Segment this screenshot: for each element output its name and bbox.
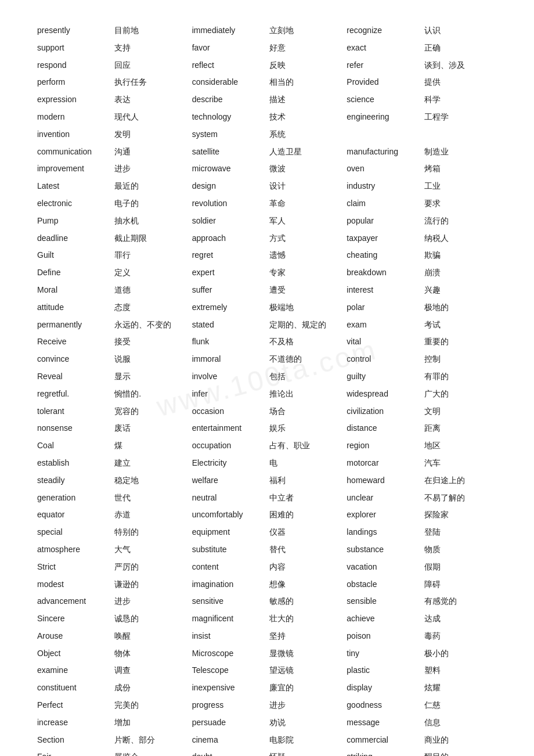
word-cell: 军人 [267,214,344,229]
word-cell: 世代 [112,491,189,506]
word-cell: 重要的 [422,334,499,350]
word-cell: equipment [190,525,267,540]
word-cell: 假期 [422,560,499,575]
word-cell: widespread [344,387,421,402]
word-cell: 显示 [112,369,189,384]
word-cell: Object [35,646,112,661]
word-cell: 反映 [267,58,344,73]
word-cell: neutral [190,491,267,506]
word-cell: 有罪的 [422,369,499,384]
word-cell: Strict [35,560,112,575]
word-cell: cheating [344,248,421,263]
word-cell: support [35,41,112,56]
word-cell: design [190,179,267,194]
word-cell: sensible [344,594,421,609]
word-cell: Telescope [190,663,267,678]
word-cell: 廉宜的 [267,681,344,696]
word-cell: 望远镜 [267,663,344,678]
word-cell: 醒目的 [422,750,499,756]
word-cell: substance [344,542,421,557]
word-cell: advancement [35,594,112,609]
word-cell: 发明 [112,127,189,142]
word-cell: 建立 [112,456,189,471]
word-cell: 推论出 [267,387,344,402]
word-cell: communication [35,145,112,160]
word-cell: distance [344,421,421,436]
word-cell: examine [35,663,112,678]
word-cell: 工业 [422,179,499,194]
word-cell: occasion [190,404,267,419]
word-cell: Section [35,733,112,748]
word-cell: landings [344,525,421,540]
word-cell: 崩溃 [422,265,499,280]
word-cell: progress [190,698,267,713]
word-cell: exact [344,41,421,56]
word-cell: 要求 [422,196,499,211]
word-cell: 煤 [112,438,189,453]
word-cell: 惋惜的. [112,387,189,402]
word-cell: modest [35,577,112,592]
word-cell: 电 [267,456,344,471]
word-cell: perform [35,75,112,90]
word-cell: suffer [190,283,267,298]
word-cell: 考试 [422,318,499,333]
word-cell: 敏感的 [267,594,344,609]
word-cell: flunk [190,334,267,350]
word-cell: 永远的、不变的 [112,318,189,333]
word-cell: region [344,438,421,453]
word-cell: constituent [35,681,112,696]
word-cell: 有感觉的 [422,594,499,609]
word-cell: immoral [190,352,267,367]
word-cell: substitute [190,542,267,557]
word-cell: revolution [190,196,267,211]
word-cell: 立刻地 [267,23,344,38]
word-cell: microwave [190,161,267,177]
word-cell: doubt [190,750,267,756]
word-cell: 极地的 [422,300,499,315]
word-cell: Microscope [190,646,267,661]
word-cell: goodness [344,698,421,713]
word-cell: 替代 [267,542,344,557]
word-cell: control [344,352,421,367]
word-cell: 物体 [112,646,189,661]
word-cell: considerable [190,75,267,90]
word-cell: 包括 [267,369,344,384]
word-cell: 仁慈 [422,698,499,713]
word-cell: 制造业 [422,145,499,160]
word-cell: interest [344,283,421,298]
word-cell: 废话 [112,421,189,436]
word-cell: 成份 [112,681,189,696]
word-cell: 认识 [422,23,499,38]
word-cell: vital [344,334,421,350]
word-cell: soldier [190,214,267,229]
word-cell: stated [190,318,267,333]
word-cell: 文明 [422,404,499,419]
word-cell: Fair [35,750,112,756]
word-cell: 展览会 [112,750,189,756]
word-cell: unclear [344,491,421,506]
word-cell: 相当的 [267,75,344,90]
word-cell: achieve [344,611,421,627]
word-cell: regretful. [35,387,112,402]
word-cell: 进步 [112,161,189,177]
word-cell: Define [35,265,112,280]
word-cell: 不易了解的 [422,491,499,506]
word-cell: expert [190,265,267,280]
word-cell: 极端地 [267,300,344,315]
word-cell: 唤醒 [112,629,189,644]
word-cell: 毒药 [422,629,499,644]
word-cell: 特别的 [112,525,189,540]
word-cell: 态度 [112,300,189,315]
word-cell: 在归途上的 [422,473,499,488]
word-cell: tolerant [35,404,112,419]
word-cell: 工程学 [422,110,499,125]
word-cell: recognize [344,23,421,38]
word-cell: describe [190,92,267,107]
word-cell: 障碍 [422,577,499,592]
word-cell: homeward [344,473,421,488]
word-cell: satellite [190,145,267,160]
word-cell: imagination [190,577,267,592]
word-cell: 人造卫星 [267,145,344,160]
word-cell: 诚恳的 [112,611,189,627]
word-cell: sensitive [190,594,267,609]
